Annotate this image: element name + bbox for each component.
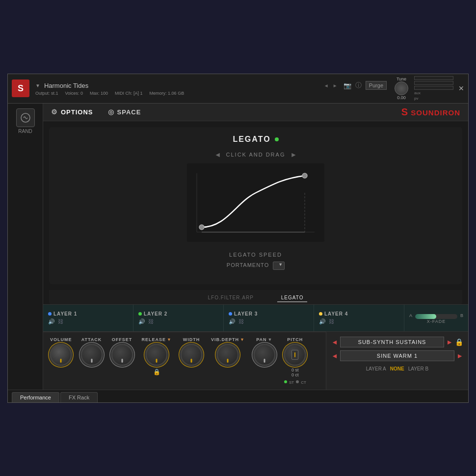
layer-none-label[interactable]: NONE [390,366,404,371]
max-label: Max: 100 [90,91,108,96]
portamento-row: PORTAMENTO ▼ [57,261,454,270]
ct-dot [296,380,299,383]
gear-icon: ⚙ [51,108,58,116]
bottom-tabs: Performance FX Rack [8,390,468,402]
st-dot [284,380,287,383]
xfade-bar[interactable] [415,314,457,319]
layer-3-label: LAYER 3 [234,311,258,317]
width-knob[interactable] [181,344,202,366]
legato-active-dot [275,137,279,141]
preset-1-name: SUB-SYNTH SUSTAINS [340,337,444,347]
midi-label: MIDI Ch: [A] 1 [115,91,143,96]
layer-2-dot [138,312,142,316]
preset-2-next-arrow[interactable]: ► [456,352,463,360]
main-area: RAND ⚙ OPTIONS ◎ SPACE S [8,104,468,390]
layer-2-name: LAYER 2 [138,311,167,317]
preset-1-prev-arrow[interactable]: ◄ [331,338,338,346]
center-content: ⚙ OPTIONS ◎ SPACE S SOUNDIRON LEGATO [43,104,468,390]
voices-label: Voices: 0 [65,91,83,96]
meter-bar-1 [414,76,453,80]
preset-2-prev-arrow[interactable]: ◄ [331,352,338,360]
instrument-title: Harmonic Tides [44,82,320,89]
brand-text: SOUNDIRON [411,108,460,117]
st-label: ST [289,380,294,385]
layer-3-icons: 🔊 ⛓ [229,318,244,325]
drag-row: ◄ CLICK AND DRAG ► [57,151,454,159]
space-label: SPACE [117,108,141,116]
svg-point-5 [199,225,204,230]
camera-icon[interactable]: 📷 [344,82,351,89]
memory-label: Memory: 1.06 GB [150,91,185,96]
control-vib: VIB.DEPTH ▼ [211,337,245,366]
rand-button[interactable]: RAND [16,108,35,134]
layer-2-item[interactable]: LAYER 2 🔊 ⛓ [133,305,224,331]
pitch-knob[interactable] [284,344,306,366]
close-button[interactable]: ✕ [458,84,464,92]
left-sidebar: RAND [8,104,43,390]
tab-options[interactable]: ⚙ OPTIONS [51,108,93,116]
info-icon[interactable]: ⓘ [355,81,362,90]
tab-performance[interactable]: Performance [12,392,59,402]
pitch-ct: 0 ct [291,372,299,377]
volume-label: VOLUME [50,337,72,342]
tune-knob[interactable] [395,81,408,95]
pan-knob[interactable] [254,344,275,366]
legato-speed-label: LEGATO SPEED [229,252,282,258]
portamento-select[interactable] [273,262,285,270]
release-knob[interactable] [146,344,167,366]
vib-knob[interactable] [217,344,238,366]
vib-label: VIB.DEPTH ▼ [211,337,245,342]
tab-lfo[interactable]: LFO.FILTER.ARP [204,294,258,302]
curve-container[interactable] [187,163,324,242]
drag-label: CLICK AND DRAG [226,152,286,158]
offset-indicator [121,359,123,363]
meter-bar-2 [414,81,453,85]
nav-right[interactable]: ► [333,83,338,88]
layer-3-speaker-icon: 🔊 [229,318,236,325]
tab-fx-rack[interactable]: FX Rack [60,392,98,402]
tune-section: Tune 0.00 [395,77,408,100]
layer-ab-row: LAYER A NONE LAYER B [331,366,463,371]
drag-right-arrow[interactable]: ► [290,151,297,159]
portamento-select-wrapper[interactable]: ▼ [273,261,285,270]
purge-btn[interactable]: Purge [366,81,387,90]
layer-b-label: LAYER B [408,366,429,371]
soundiron-s-icon: S [401,106,408,117]
options-label: OPTIONS [61,108,93,116]
layer-1-chain-icon: ⛓ [58,318,63,325]
legato-speed-row: LEGATO SPEED [57,252,454,258]
layer-1-dot [48,312,52,316]
meter-bar-3 [414,86,453,90]
nav-left[interactable]: ◄ [324,83,329,88]
layer-3-chain-icon: ⛓ [238,318,244,325]
volume-knob[interactable] [50,344,72,366]
top-bar: S ▼ Harmonic Tides ◄ ► 📷 ⓘ Purge Output:… [8,74,468,104]
rand-icon [16,108,35,127]
offset-knob[interactable] [111,344,133,366]
layer-4-dot [319,312,322,316]
tab-space[interactable]: ◎ SPACE [108,108,141,116]
layer-1-item[interactable]: LAYER 1 🔊 ⛓ [43,305,133,331]
preset-1-row: ◄ SUB-SYNTH SUSTAINS ► 🔒 [331,337,463,347]
xfade-fill [415,314,436,319]
control-offset: OFFSET [111,337,133,366]
release-indicator [156,359,158,363]
pv-label: pv [414,96,453,101]
tab-legato[interactable]: LEGATO [277,294,308,302]
layer-1-speaker-icon: 🔊 [48,318,55,325]
svg-point-6 [302,173,307,178]
preset-1-next-arrow[interactable]: ► [446,338,453,346]
attack-knob[interactable] [81,344,103,366]
layer-2-label: LAYER 2 [144,311,167,317]
preset-lock-icon[interactable]: 🔒 [455,338,463,346]
right-panel: ◄ SUB-SYNTH SUSTAINS ► 🔒 ◄ SINE WARM 1 ►… [326,332,468,390]
layer-3-item[interactable]: LAYER 3 🔊 ⛓ [224,305,314,331]
layer-1-icons: 🔊 ⛓ [48,318,63,325]
layer-4-item[interactable]: LAYER 4 🔊 ⛓ [314,305,404,331]
width-indicator [190,359,192,363]
soundiron-logo: S SOUNDIRON [401,106,460,118]
drag-left-arrow[interactable]: ◄ [214,151,221,159]
control-release: RELEASE ▼ 🔒 [142,337,172,375]
layer-2-speaker-icon: 🔊 [138,318,145,325]
layer-3-name: LAYER 3 [229,311,258,317]
